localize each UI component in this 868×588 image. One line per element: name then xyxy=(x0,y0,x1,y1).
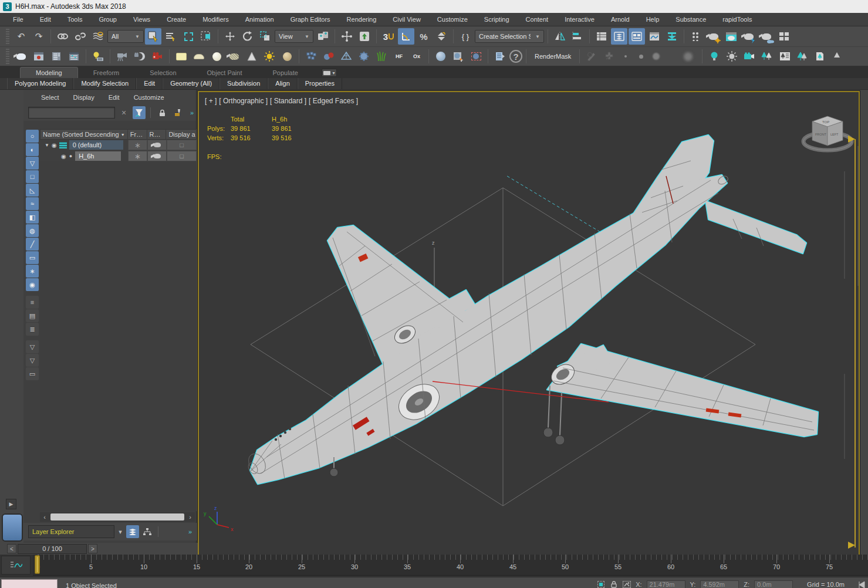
y-coord-field[interactable]: 4.592m xyxy=(700,580,739,588)
panel-edit[interactable]: Edit xyxy=(136,78,163,89)
object-row-h6h[interactable]: ◉ ● H_6h ∗ □ xyxy=(40,151,197,161)
cone-standin-icon[interactable] xyxy=(244,48,260,65)
ribbon-minimize-button[interactable]: ▾ xyxy=(322,69,337,77)
filter-shapes-icon[interactable]: ◐ xyxy=(26,143,39,156)
clear-search-icon[interactable]: × xyxy=(117,106,130,119)
undo-icon[interactable]: ↶ xyxy=(13,28,29,45)
render-presets-icon[interactable] xyxy=(776,28,792,45)
toolbar-drag-handle[interactable] xyxy=(6,29,9,44)
menu-rapidtools[interactable]: rapidTools xyxy=(714,14,760,25)
menu-file[interactable]: File xyxy=(5,14,32,25)
bind-space-warp-icon[interactable] xyxy=(90,28,106,45)
ribbon-tab-selection[interactable]: Selection xyxy=(134,67,191,78)
panel-align[interactable]: Align xyxy=(268,78,297,89)
light-lister-icon[interactable] xyxy=(90,48,106,65)
layer-explorer-icon[interactable] xyxy=(629,28,645,45)
viewcube-left-label[interactable]: LEFT xyxy=(830,133,839,136)
viewport-layout-tab-button[interactable] xyxy=(2,513,23,542)
scroll-left-icon[interactable]: ‹ xyxy=(40,512,49,522)
spinner-snap-toggle-icon[interactable] xyxy=(433,28,450,45)
schematic-view-icon[interactable] xyxy=(664,28,680,45)
selection-filter-funnel-icon[interactable] xyxy=(133,106,146,119)
forest-trees-icon[interactable] xyxy=(759,48,775,65)
forest-mixed-icon[interactable] xyxy=(794,48,810,65)
menu-tools[interactable]: Tools xyxy=(59,14,91,25)
select-and-rotate-icon[interactable] xyxy=(239,28,256,45)
dome-light-icon[interactable] xyxy=(191,48,207,65)
time-config-icon[interactable] xyxy=(857,580,866,588)
menu-animation[interactable]: Animation xyxy=(237,14,282,25)
render-production-icon[interactable] xyxy=(741,28,757,45)
select-and-scale-icon[interactable] xyxy=(257,28,273,45)
ribbon-tab-freeform[interactable]: Freeform xyxy=(78,67,135,78)
named-selection-sets-dropdown[interactable]: Create Selection Se ▼ xyxy=(475,30,544,43)
menu-content[interactable]: Content xyxy=(518,14,557,25)
hair-fur-icon[interactable]: HF xyxy=(391,48,407,65)
menu-rendering[interactable]: Rendering xyxy=(339,14,385,25)
panel-modify-selection[interactable]: Modify Selection xyxy=(73,78,136,89)
pin-layers-icon[interactable] xyxy=(171,106,184,119)
funnel-gear-icon[interactable]: ▽ xyxy=(26,340,39,353)
sphere-light-icon[interactable] xyxy=(208,48,225,65)
viewport-menu-shading[interactable]: [ Standard ] xyxy=(270,97,306,105)
camera-teal-icon[interactable] xyxy=(741,48,758,65)
curve-editor-icon[interactable] xyxy=(646,28,663,45)
doc-transfer-icon[interactable] xyxy=(492,48,508,65)
frame-number-field[interactable]: 0 / 100 xyxy=(18,544,87,554)
menu-scripting[interactable]: Scripting xyxy=(476,14,518,25)
menu-substance[interactable]: Substance xyxy=(667,14,714,25)
explorer-hscrollbar[interactable]: ‹ › xyxy=(40,512,195,522)
filter-doc-c-icon[interactable]: ≣ xyxy=(26,323,39,336)
dock-expand-button[interactable]: ▶ xyxy=(6,499,16,509)
rect-light-icon[interactable] xyxy=(173,48,190,65)
filter-frozen-icon[interactable]: ∗ xyxy=(26,265,39,278)
sphere-pick-icon[interactable] xyxy=(450,48,467,65)
select-by-name-icon[interactable] xyxy=(163,28,179,45)
mode-dropdown-icon[interactable]: ▾ xyxy=(116,525,124,538)
menu-edit[interactable]: Edit xyxy=(32,14,59,25)
forest-list-icon[interactable] xyxy=(776,48,793,65)
explorer-menu-select[interactable]: Select xyxy=(36,93,64,102)
viewport-menu-general[interactable]: [ + ] xyxy=(205,97,217,105)
display-cell[interactable]: □ xyxy=(167,140,197,150)
toolbar-drag-handle[interactable] xyxy=(6,49,9,64)
manage-layers-icon[interactable] xyxy=(593,28,610,45)
menu-modifiers[interactable]: Modifiers xyxy=(194,14,237,25)
unlink-icon[interactable] xyxy=(72,28,89,45)
filter-helpers-icon[interactable]: ◺ xyxy=(26,184,39,197)
panel-properties[interactable]: Properties xyxy=(298,78,342,89)
menu-help[interactable]: Help xyxy=(638,14,668,25)
column-display[interactable]: Display a xyxy=(166,130,196,139)
sphere-blue-icon[interactable] xyxy=(433,48,449,65)
explorer-mode-field[interactable]: Layer Explorer xyxy=(28,525,114,538)
settings-panel-a-icon[interactable] xyxy=(48,48,65,65)
ribbon-tab-modeling[interactable]: Modeling xyxy=(20,67,78,78)
sphere-region-icon[interactable] xyxy=(468,48,484,65)
blobmesh-icon[interactable] xyxy=(356,48,372,65)
camera-moon-icon[interactable] xyxy=(131,48,148,65)
render-window-icon[interactable] xyxy=(31,48,47,65)
molecule-icon[interactable] xyxy=(320,48,337,65)
renderable-cell[interactable] xyxy=(147,151,167,161)
column-render[interactable]: R… xyxy=(147,130,167,139)
viewcube-front-label[interactable]: FRONT xyxy=(815,133,827,136)
bulb-teal-icon[interactable] xyxy=(706,48,722,65)
brush-size-2-icon[interactable] xyxy=(634,48,648,65)
absolute-mode-icon[interactable] xyxy=(623,580,631,588)
frame-prev-button[interactable]: < xyxy=(7,544,16,553)
camera-tripod-icon[interactable] xyxy=(114,48,130,65)
maxscript-mini-listener[interactable] xyxy=(1,579,58,588)
camera-match-icon[interactable] xyxy=(338,48,354,65)
mini-curve-editor-button[interactable] xyxy=(1,556,31,575)
scatter-icon[interactable] xyxy=(303,48,319,65)
use-pivot-point-icon[interactable] xyxy=(315,28,331,45)
orthographic-viewport[interactable]: z xyxy=(198,91,860,556)
expand-arrow-icon[interactable]: ▼ xyxy=(45,143,49,148)
filter-groups-icon[interactable]: ◧ xyxy=(26,211,39,224)
eye-icon[interactable]: ◉ xyxy=(61,153,66,160)
snaps-toggle-icon[interactable]: 3 xyxy=(380,28,397,45)
teapot-render-icon[interactable] xyxy=(13,48,29,65)
forest-doc-icon[interactable] xyxy=(812,48,828,65)
panel-geometry-all[interactable]: Geometry (All) xyxy=(163,78,219,89)
filter-geometry-icon[interactable]: ▭ xyxy=(26,251,39,264)
